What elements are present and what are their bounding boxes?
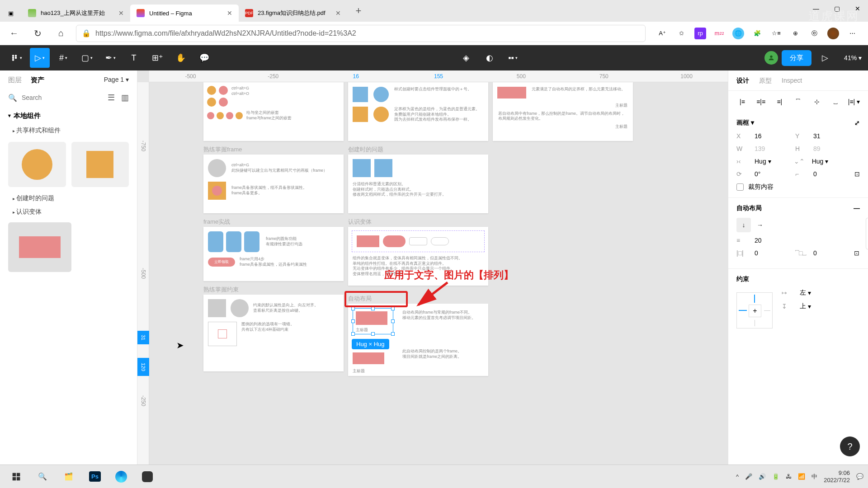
independent-padding-icon[interactable]: ⊡ [854,249,859,257]
fit-icon[interactable]: ⤢ [854,119,860,127]
network-icon[interactable]: 🖧 [786,473,792,480]
align-right-icon[interactable]: ≡| [773,96,786,107]
canvas-frame[interactable]: 创建时的问题 分清组件和普通元素的区别。创建样式时，只能选点分离样式。修改两文档… [348,155,488,213]
gap-input[interactable]: 20 [755,237,786,244]
close-icon[interactable]: ✕ [227,9,232,17]
ie-mode-icon[interactable]: ⓔ [808,28,820,39]
window-maximize[interactable]: ▢ [826,0,847,17]
y-input[interactable]: 31 [813,132,845,140]
distribute-icon[interactable]: |≡| ▾ [847,96,861,107]
library-icon[interactable]: ▥ [121,93,129,103]
boolean-icon[interactable]: ▪▪▾ [503,48,523,68]
ime-indicator[interactable]: 中 [811,473,817,481]
close-icon[interactable]: ✕ [118,9,124,17]
mask-icon[interactable]: ◐ [480,48,500,68]
ext-rp-icon[interactable]: rp [694,28,706,39]
h-input[interactable]: 89 [813,145,845,152]
prototype-tab[interactable]: 原型 [759,77,772,85]
variant-subsection[interactable]: 认识变体 [0,205,137,219]
selected-element[interactable]: 主标题 [353,308,393,334]
refresh-button[interactable]: ↻ [29,25,46,42]
height-resize-select[interactable]: Hug ▾ [812,158,829,165]
independent-corners-icon[interactable]: ⊡ [854,170,860,178]
direction-horizontal-button[interactable]: → [753,218,767,232]
inspect-tab[interactable]: Inspect [782,77,802,85]
align-hcenter-icon[interactable]: ≡|≡ [754,96,768,107]
asset-search-input[interactable] [22,94,103,101]
window-minimize[interactable]: — [806,0,826,17]
favorite-icon[interactable]: ✩ [675,28,687,39]
rotation-input[interactable]: 0° [755,170,786,178]
constraint-v-select[interactable]: 上 ▾ [800,302,811,310]
clip-checkbox[interactable] [736,183,744,191]
canvas-frame[interactable]: frame实战 frame的圆角功能有规律性要进行均选 立即领取 frame只用… [203,227,344,281]
wifi-icon[interactable]: 📶 [798,473,805,480]
layers-tab[interactable]: 图层 [8,76,22,84]
window-close[interactable]: ✕ [847,0,868,17]
browser-tab-figma[interactable]: Untitled – Figma ✕ [130,5,239,22]
w-input[interactable]: 139 [755,145,786,152]
battery-icon[interactable]: 🔋 [772,473,779,480]
remove-autolayout-icon[interactable]: — [854,205,860,212]
present-button[interactable]: ▷ [815,48,835,68]
canvas-frame[interactable]: 熟练掌握frame ctrl+alt+G此快捷键可以建立出与元素相同尺寸的画板（… [203,155,344,213]
corner-input[interactable]: 0 [813,170,845,178]
volume-icon[interactable]: 🔊 [759,473,766,480]
align-vcenter-icon[interactable]: ⊹ [810,96,824,107]
figma-menu-button[interactable]: ▾ [6,48,26,68]
local-components-section[interactable]: 本地组件 [0,106,137,124]
user-avatar[interactable] [764,51,778,65]
alignment-grid[interactable] [866,218,868,249]
page-selector[interactable]: Page 1 ▾ [104,76,129,84]
canvas-frame[interactable]: 元素满足了自动布局的定界框，那么元素无法移动。 主标题 若自动布局中有frame… [493,82,633,141]
zoom-level[interactable]: 41% ▾ [844,54,862,61]
list-view-icon[interactable]: ☰ [108,93,115,103]
canvas-frame[interactable]: 熟练掌握约束 约束的默认属性是向上、向左对齐。查看标尺距离是按住alt键。 图例… [203,295,344,371]
ext-m22-icon[interactable]: m22 [713,28,725,39]
create-problem-subsection[interactable]: 创建时的问题 [0,192,137,205]
clock[interactable]: 9:06 2022/7/22 [824,469,850,483]
edge-icon[interactable] [109,467,133,487]
width-resize-select[interactable]: Hug ▾ [755,158,771,165]
component-thumbnail-circle[interactable] [8,142,66,187]
constraint-h-select[interactable]: 左 ▾ [800,289,811,297]
new-tab-button[interactable]: + [351,3,366,19]
variant-thumbnail[interactable] [8,222,71,272]
shape-tool[interactable]: ▢▾ [77,48,97,68]
padding-h-input[interactable]: 0 [755,249,786,257]
browser-menu-icon[interactable]: ⋯ [846,28,858,39]
favorites-icon[interactable]: ☆≡ [770,28,782,39]
frame-tool[interactable]: #▾ [53,48,73,68]
share-button[interactable]: 分享 [782,50,811,66]
profile-avatar[interactable] [827,28,839,39]
padding-v-input[interactable]: 0 [813,249,845,257]
url-field[interactable]: 🔒 https://www.figma.com/file/afxhryadalW… [76,25,646,42]
app-icon[interactable] [136,467,159,487]
start-button[interactable] [5,467,28,487]
resources-tool[interactable]: ⊞⁺ [147,48,167,68]
align-bottom-icon[interactable]: ⎵ [829,96,842,107]
collections-icon[interactable]: ⊕ [789,28,801,39]
hand-tool[interactable]: ✋ [171,48,191,68]
microphone-icon[interactable]: 🎤 [745,473,752,480]
text-tool[interactable]: T [124,48,144,68]
close-icon[interactable]: ✕ [335,9,341,17]
search-button[interactable]: 🔍 [31,467,54,487]
assets-tab[interactable]: 资产 [31,76,44,84]
home-button[interactable]: ⌂ [52,25,70,42]
constraint-widget[interactable]: + [736,292,773,328]
component-icon[interactable]: ◈ [456,48,476,68]
x-input[interactable]: 16 [755,132,786,140]
figma-canvas[interactable]: -500 -250 16 155 500 750 1000 -750 -500 … [137,70,728,465]
browser-tab-hao123[interactable]: hao123_上网从这里开始 ✕ [22,5,130,22]
photoshop-icon[interactable]: Ps [83,467,107,487]
browser-tab-pdf[interactable]: PDF 23.figma知识归纳总结.pdf ✕ [239,5,347,22]
shared-styles-subsection[interactable]: 共享样式和组件 [0,124,137,137]
pen-tool[interactable]: ✒▾ [100,48,120,68]
notifications-icon[interactable]: 💬 [856,473,863,480]
tray-chevron-icon[interactable]: ^ [736,473,739,480]
help-button[interactable]: ? [840,436,860,456]
design-tab[interactable]: 设计 [736,77,749,85]
align-top-icon[interactable]: ⎴ [791,96,805,107]
align-left-icon[interactable]: |≡ [736,96,749,107]
